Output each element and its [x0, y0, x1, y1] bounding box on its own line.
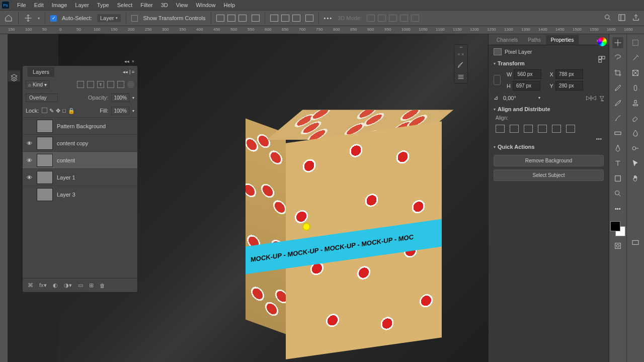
layers-collapsed-strip[interactable] [8, 70, 20, 81]
menu-select[interactable]: Select [113, 2, 137, 8]
healing-tool-icon[interactable] [630, 82, 641, 94]
panel-menu-icon[interactable]: ◂◂ | ≡ [123, 69, 137, 74]
stamp-tool-icon[interactable] [630, 98, 641, 109]
shape-tool-icon[interactable] [612, 173, 623, 184]
color-swatches[interactable] [610, 221, 625, 236]
eraser-tool-icon[interactable] [630, 113, 641, 124]
group-icon[interactable]: ▭ [78, 282, 83, 289]
wand-tool-icon[interactable] [630, 52, 641, 63]
menu-3d[interactable]: 3D [157, 2, 172, 8]
layer-row[interactable]: 👁Layer 1 [23, 168, 137, 186]
zoom-tool-icon[interactable] [612, 188, 623, 199]
paths-tab[interactable]: Paths [523, 35, 546, 45]
layer-filter-icons[interactable]: T [77, 81, 134, 88]
gradient-tool-icon[interactable] [612, 128, 623, 139]
crop-tool-icon[interactable] [612, 67, 623, 78]
align-buttons[interactable] [489, 122, 609, 136]
height-field[interactable]: 697 px [513, 81, 540, 90]
transform-section[interactable]: Transform [489, 58, 609, 68]
menu-window[interactable]: Window [192, 2, 219, 8]
history-brush-icon[interactable] [612, 113, 623, 124]
edit-toolbar-icon[interactable]: ••• [612, 203, 623, 214]
layer-row[interactable]: Pattern Background [23, 117, 137, 134]
layer-row[interactable]: 👁content [23, 151, 137, 168]
visibility-icon[interactable]: 👁 [26, 157, 33, 163]
align-distribute-icon[interactable] [252, 15, 260, 22]
home-icon[interactable] [4, 14, 13, 23]
menu-edit[interactable]: Edit [30, 2, 48, 8]
layer-row[interactable]: Layer 3 [23, 186, 137, 203]
align-group-1[interactable] [216, 15, 247, 22]
smudge-tool-icon[interactable] [630, 128, 641, 139]
screen-mode-icon[interactable] [630, 237, 641, 248]
contextual-taskbar[interactable]: « × [454, 44, 468, 83]
brush-tool-icon[interactable] [612, 98, 623, 109]
layer-filter-kind[interactable]: ⌕ Kind ▾ [26, 80, 49, 89]
menu-type[interactable]: Type [93, 2, 113, 8]
auto-select-checkbox[interactable]: ✓ [50, 15, 57, 22]
new-layer-icon[interactable]: ⊞ [89, 282, 94, 289]
trash-icon[interactable]: 🗑 [100, 283, 105, 289]
channels-tab[interactable]: Channels [492, 35, 523, 45]
eyedropper-tool-icon[interactable] [612, 82, 623, 94]
align-section[interactable]: Align and Distribute [489, 104, 609, 114]
mask-icon[interactable]: ◐ [53, 282, 58, 289]
workspace-icon[interactable] [618, 14, 626, 23]
align-group-2[interactable] [270, 15, 300, 22]
hand-tool-icon[interactable] [630, 173, 641, 184]
visibility-icon[interactable]: 👁 [26, 140, 33, 146]
properties-tab[interactable]: Properties [546, 35, 579, 45]
show-transform-checkbox[interactable] [131, 15, 138, 22]
lock-icons[interactable]: ✎✥□🔒 [42, 108, 75, 114]
menu-help[interactable]: Help [220, 2, 239, 8]
type-tool-icon[interactable] [612, 158, 623, 169]
blend-mode-dropdown[interactable]: Overlay [26, 94, 58, 102]
move-tool-icon[interactable] [24, 14, 33, 23]
y-field[interactable]: 280 px [555, 81, 583, 90]
auto-select-dropdown[interactable]: Layer▾ [97, 14, 121, 22]
search-icon[interactable] [604, 14, 612, 23]
fill-value[interactable]: 100% [111, 107, 129, 115]
brush-panel-icon[interactable] [457, 61, 465, 69]
lasso-tool-icon[interactable] [612, 52, 623, 63]
flip-h-icon[interactable]: ▷|◁ [586, 95, 596, 101]
adjustments-panel-icon[interactable] [598, 55, 607, 64]
color-panel-icon[interactable] [598, 37, 607, 46]
ruler-horizontal[interactable]: 1501005005010015020025030035040045050055… [0, 26, 644, 34]
layers-tab[interactable]: Layers [28, 67, 54, 77]
align-auto-icon[interactable] [305, 15, 313, 22]
visibility-icon[interactable]: 👁 [26, 174, 33, 180]
width-field[interactable]: 560 px [514, 69, 541, 79]
quick-actions-section[interactable]: Quick Actions [489, 142, 609, 152]
opacity-label: Opacity: [88, 95, 108, 101]
x-field[interactable]: 788 px [555, 69, 583, 79]
more-icon[interactable]: ••• [324, 15, 333, 21]
ruler-vertical[interactable] [0, 34, 8, 362]
menu-layer[interactable]: Layer [71, 2, 93, 8]
select-subject-button[interactable]: Select Subject [494, 169, 604, 181]
menu-filter[interactable]: Filter [136, 2, 156, 8]
pen-tool-icon[interactable] [612, 143, 623, 154]
sliders-icon[interactable] [457, 73, 465, 81]
frame-tool-icon[interactable] [630, 67, 641, 78]
menu-image[interactable]: Image [48, 2, 71, 8]
layer-row[interactable]: 👁content copy [23, 134, 137, 151]
menu-file[interactable]: File [13, 2, 30, 8]
quick-mask-icon[interactable] [612, 240, 623, 251]
share-icon[interactable] [632, 14, 640, 23]
link-wh-icon[interactable] [494, 75, 501, 85]
menu-view[interactable]: View [172, 2, 192, 8]
flip-v-icon[interactable]: ▽̲ [600, 95, 604, 101]
fx-icon[interactable]: fx▾ [39, 282, 47, 289]
opacity-value[interactable]: 100% [111, 94, 129, 102]
rotation-field[interactable]: 0,00° [503, 95, 533, 101]
link-layers-icon[interactable]: ⌘ [28, 282, 33, 289]
move-tool-icon[interactable] [612, 37, 623, 48]
dodge-tool-icon[interactable] [630, 143, 641, 154]
layers-stack-icon[interactable] [10, 73, 18, 81]
adjustment-icon[interactable]: ◑▾ [64, 282, 72, 289]
marquee-tool-icon[interactable] [630, 37, 641, 48]
remove-background-button[interactable]: Remove Background [494, 155, 604, 166]
path-select-icon[interactable] [630, 158, 641, 169]
align-more-icon[interactable]: ••• [489, 136, 609, 142]
